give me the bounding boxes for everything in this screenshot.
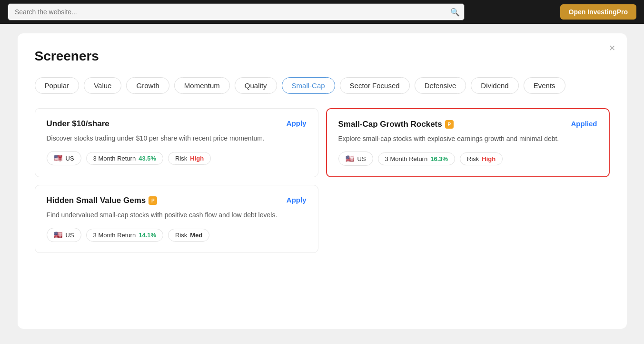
tab-small-cap[interactable]: Small-Cap <box>282 77 335 94</box>
risk-prefix: Risk <box>175 155 187 162</box>
return-value: 16.3% <box>430 155 448 162</box>
pro-badge: P <box>149 196 157 205</box>
tab-growth[interactable]: Growth <box>126 77 169 94</box>
return-prefix: 3 Month Return <box>93 232 136 239</box>
tag-risk: Risk High <box>168 152 211 165</box>
return-value: 43.5% <box>139 155 156 162</box>
risk-prefix: Risk <box>175 232 187 239</box>
tag-risk: Risk Med <box>168 229 209 242</box>
tab-momentum[interactable]: Momentum <box>174 77 230 94</box>
tag-return: 3 Month Return 14.1% <box>86 229 163 242</box>
risk-value: Med <box>190 232 202 239</box>
region-label: US <box>66 232 74 239</box>
return-value: 14.1% <box>139 232 156 239</box>
region-label: US <box>357 155 366 162</box>
apply-link[interactable]: Apply <box>287 196 307 204</box>
flag-icon: 🇺🇸 <box>54 154 63 162</box>
region-label: US <box>66 155 74 162</box>
open-investingpro-button[interactable]: Open InvestingPro <box>560 4 636 20</box>
tab-popular[interactable]: Popular <box>35 77 79 94</box>
search-input[interactable] <box>8 3 465 20</box>
card-small-cap-rockets[interactable]: Small-Cap Growth RocketsPAppliedExplore … <box>326 108 610 177</box>
card-header: Hidden Small Value GemsPApply <box>47 196 307 205</box>
tag-region: 🇺🇸US <box>47 228 81 242</box>
card-tags: 🇺🇸US3 Month Return 43.5%Risk High <box>47 151 307 165</box>
flag-icon: 🇺🇸 <box>346 154 355 163</box>
card-description: Explore small-cap stocks with explosive … <box>338 134 597 144</box>
card-hidden-gems[interactable]: Hidden Small Value GemsPApplyFind underv… <box>35 185 318 253</box>
tag-return: 3 Month Return 43.5% <box>86 152 163 165</box>
tab-quality[interactable]: Quality <box>235 77 277 94</box>
applied-label[interactable]: Applied <box>571 120 597 128</box>
flag-icon: 🇺🇸 <box>54 231 63 239</box>
search-container: 🔍 <box>8 3 465 20</box>
card-tags: 🇺🇸US3 Month Return 16.3%Risk High <box>338 152 597 166</box>
card-header: Under $10/shareApply <box>47 119 307 129</box>
main-content: × Screeners PopularValueGrowthMomentumQu… <box>0 24 644 344</box>
card-title: Under $10/share <box>47 119 109 129</box>
tag-region: 🇺🇸US <box>338 152 373 166</box>
topbar: 🔍 Open InvestingPro <box>0 0 644 24</box>
dialog-title: Screeners <box>35 49 610 64</box>
risk-value: High <box>482 155 495 162</box>
apply-link[interactable]: Apply <box>287 119 307 127</box>
tag-region: 🇺🇸US <box>47 151 81 165</box>
tag-return: 3 Month Return 16.3% <box>378 152 455 165</box>
card-description: Find undervalued small-cap stocks with p… <box>47 210 307 220</box>
risk-value: High <box>190 155 204 162</box>
card-title: Hidden Small Value GemsP <box>47 196 158 205</box>
tab-sector-focused[interactable]: Sector Focused <box>340 77 410 94</box>
tab-events[interactable]: Events <box>524 77 565 94</box>
card-tags: 🇺🇸US3 Month Return 14.1%Risk Med <box>47 228 307 242</box>
card-under-10[interactable]: Under $10/shareApplyDiscover stocks trad… <box>35 108 318 177</box>
search-icon: 🔍 <box>450 8 460 17</box>
filter-tabs: PopularValueGrowthMomentumQualitySmall-C… <box>35 77 610 94</box>
tab-defensive[interactable]: Defensive <box>415 77 466 94</box>
card-title: Small-Cap Growth RocketsP <box>338 120 454 129</box>
tag-risk: Risk High <box>460 152 503 165</box>
risk-prefix: Risk <box>467 155 479 162</box>
tab-value[interactable]: Value <box>84 77 121 94</box>
card-description: Discover stocks trading under $10 per sh… <box>47 133 307 143</box>
screeners-dialog: × Screeners PopularValueGrowthMomentumQu… <box>18 33 627 329</box>
close-button[interactable]: × <box>609 43 615 53</box>
cards-grid: Under $10/shareApplyDiscover stocks trad… <box>35 108 610 253</box>
return-prefix: 3 Month Return <box>385 155 428 162</box>
return-prefix: 3 Month Return <box>93 155 136 162</box>
tab-dividend[interactable]: Dividend <box>471 77 518 94</box>
pro-badge: P <box>445 120 454 129</box>
card-header: Small-Cap Growth RocketsPApplied <box>338 120 597 129</box>
